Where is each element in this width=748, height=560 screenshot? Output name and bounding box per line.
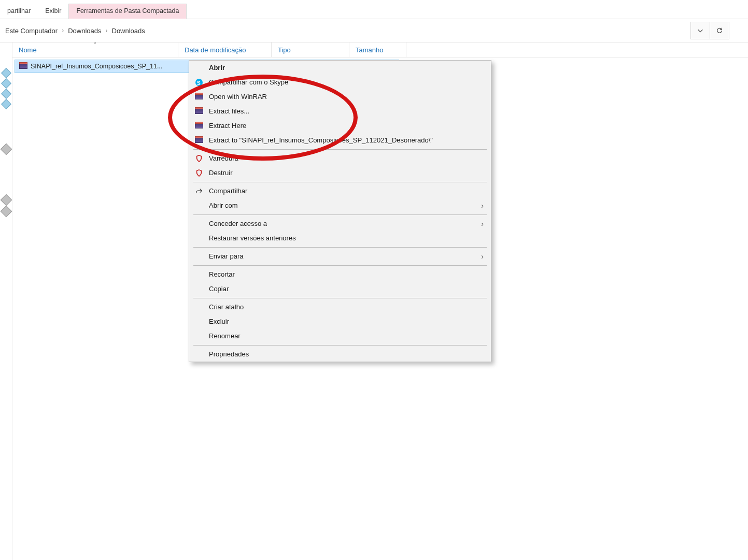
sort-indicator-icon: ˄ bbox=[94, 41, 96, 47]
address-bar: Este Computador › Downloads › Downloads bbox=[0, 19, 748, 42]
ctx-give-access[interactable]: Conceder acesso a› bbox=[189, 217, 491, 231]
winrar-icon bbox=[194, 93, 204, 101]
ctx-delete[interactable]: Excluir bbox=[189, 314, 491, 329]
column-headers: ˄ Nome Data de modificação Tipo Tamanho bbox=[12, 42, 748, 58]
ctx-restore-versions[interactable]: Restaurar versões anteriores bbox=[189, 231, 491, 246]
context-menu: Abrir Compartilhar com o Skype Open with… bbox=[189, 60, 491, 362]
share-icon bbox=[194, 187, 204, 195]
ctx-create-shortcut[interactable]: Criar atalho bbox=[189, 300, 491, 314]
drive-icon bbox=[0, 206, 12, 218]
ctx-copy[interactable]: Copiar bbox=[189, 282, 491, 296]
ctx-share[interactable]: Compartilhar bbox=[189, 184, 491, 198]
ctx-extract-to[interactable]: Extract to "SINAPI_ref_Insumos_Composico… bbox=[189, 133, 491, 148]
archive-file-icon bbox=[19, 62, 27, 70]
chevron-right-icon: › bbox=[481, 200, 484, 211]
ctx-open[interactable]: Abrir bbox=[189, 61, 491, 75]
file-name: SINAPI_ref_Insumos_Composicoes_SP_11... bbox=[31, 63, 162, 70]
ctx-send-to[interactable]: Enviar para› bbox=[189, 249, 491, 264]
breadcrumb-item[interactable]: Downloads bbox=[110, 27, 147, 35]
pin-icon bbox=[1, 78, 11, 89]
drive-icon bbox=[0, 194, 12, 206]
ribbon-tab-view[interactable]: Exibir bbox=[38, 4, 68, 19]
ribbon-tabs: partilhar Exibir Ferramentas de Pasta Co… bbox=[0, 0, 748, 19]
drive-icon bbox=[0, 143, 12, 155]
ctx-extract-here[interactable]: Extract Here bbox=[189, 119, 491, 133]
ctx-properties[interactable]: Propriedades bbox=[189, 347, 491, 362]
winrar-icon bbox=[194, 107, 204, 116]
chevron-right-icon: › bbox=[60, 27, 66, 34]
chevron-down-icon bbox=[697, 27, 704, 34]
ctx-open-winrar[interactable]: Open with WinRAR bbox=[189, 90, 491, 104]
nav-pane[interactable] bbox=[0, 42, 12, 560]
ctx-share-skype[interactable]: Compartilhar com o Skype bbox=[189, 75, 491, 90]
breadcrumb[interactable]: Este Computador › Downloads › Downloads bbox=[0, 22, 691, 39]
pin-icon bbox=[1, 89, 11, 99]
refresh-button[interactable] bbox=[710, 22, 729, 39]
winrar-icon bbox=[194, 122, 204, 130]
column-header-size[interactable]: Tamanho bbox=[349, 42, 406, 57]
shield-icon bbox=[194, 154, 204, 163]
ctx-cut[interactable]: Recortar bbox=[189, 267, 491, 282]
shield-icon bbox=[194, 169, 204, 177]
refresh-icon bbox=[716, 27, 723, 34]
ctx-extract-files[interactable]: Extract files... bbox=[189, 104, 491, 119]
column-header-date[interactable]: Data de modificação bbox=[178, 42, 272, 57]
column-header-type[interactable]: Tipo bbox=[272, 42, 349, 57]
ctx-shred[interactable]: Destruir bbox=[189, 166, 491, 180]
winrar-icon bbox=[194, 136, 204, 145]
chevron-right-icon: › bbox=[481, 219, 484, 229]
chevron-right-icon: › bbox=[481, 251, 484, 262]
skype-icon bbox=[195, 79, 203, 86]
ctx-scan[interactable]: Varredura bbox=[189, 151, 491, 166]
ribbon-tab-compressed-tools[interactable]: Ferramentas de Pasta Compactada bbox=[68, 4, 187, 19]
address-dropdown-button[interactable] bbox=[690, 22, 710, 39]
pin-icon bbox=[1, 99, 11, 109]
ribbon-tab-share[interactable]: partilhar bbox=[0, 4, 38, 19]
explorer-body: ˄ Nome Data de modificação Tipo Tamanho … bbox=[0, 42, 748, 560]
file-list-pane: ˄ Nome Data de modificação Tipo Tamanho … bbox=[12, 42, 748, 560]
pin-icon bbox=[1, 68, 11, 78]
column-header-name[interactable]: ˄ Nome bbox=[12, 42, 178, 57]
breadcrumb-item[interactable]: Downloads bbox=[66, 27, 103, 35]
ctx-open-with[interactable]: Abrir com› bbox=[189, 198, 491, 213]
breadcrumb-item[interactable]: Este Computador bbox=[3, 27, 60, 35]
chevron-right-icon: › bbox=[104, 27, 110, 34]
ctx-rename[interactable]: Renomear bbox=[189, 329, 491, 343]
column-label: Nome bbox=[19, 46, 37, 54]
